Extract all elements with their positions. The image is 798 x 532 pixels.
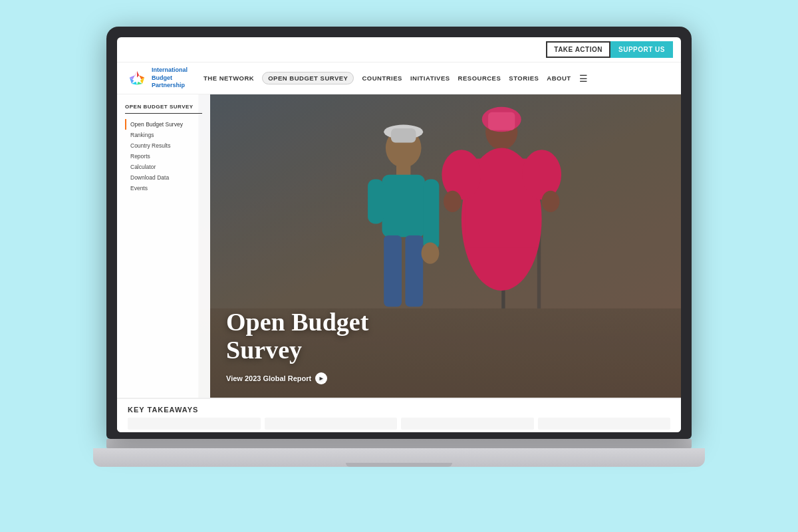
nav-stories[interactable]: STORIES xyxy=(509,74,539,82)
hero-content: Open Budget Survey View 2023 Global Repo… xyxy=(210,94,681,398)
nav-open-budget-survey[interactable]: OPEN BUDGET SURVEY xyxy=(262,72,354,84)
nav-resources[interactable]: RESOURCES xyxy=(458,74,501,82)
hero-cta-button[interactable]: View 2023 Global Report ► xyxy=(226,372,665,384)
screen: TAKE ACTION SUPPORT US xyxy=(117,37,681,432)
take-action-button[interactable]: TAKE ACTION xyxy=(546,41,610,58)
sidebar-item-country-results[interactable]: Country Results xyxy=(125,140,202,151)
takeaway-card-3 xyxy=(401,418,534,430)
nav-initiatives[interactable]: INITIATIVES xyxy=(410,74,450,82)
logo[interactable]: International Budget Partnership xyxy=(126,66,188,90)
takeaway-card-1 xyxy=(128,418,261,430)
sidebar: OPEN BUDGET SURVEY Open Budget Survey Ra… xyxy=(117,94,210,398)
utility-bar: TAKE ACTION SUPPORT US xyxy=(117,37,681,63)
logo-text: International Budget Partnership xyxy=(152,66,188,90)
sidebar-item-rankings[interactable]: Rankings xyxy=(125,130,202,140)
hamburger-menu[interactable]: ☰ xyxy=(579,73,588,84)
hero-section: OPEN BUDGET SURVEY Open Budget Survey Ra… xyxy=(117,94,681,398)
laptop-container: TAKE ACTION SUPPORT US xyxy=(93,27,705,505)
laptop-keyboard xyxy=(106,439,692,448)
header: International Budget Partnership THE NET… xyxy=(117,63,681,94)
key-takeaways-label: KEY TAKEAWAYS xyxy=(128,406,670,414)
sidebar-item-calculator[interactable]: Calculator xyxy=(125,162,202,172)
takeaway-card-4 xyxy=(538,418,671,430)
website: TAKE ACTION SUPPORT US xyxy=(117,37,681,432)
laptop-base xyxy=(93,448,705,467)
main-nav: THE NETWORK OPEN BUDGET SURVEY COUNTRIES… xyxy=(203,72,588,84)
takeaway-card-2 xyxy=(265,418,398,430)
hero-title: Open Budget Survey xyxy=(226,309,665,364)
sidebar-item-events[interactable]: Events xyxy=(125,183,202,194)
hero-cta-text: View 2023 Global Report xyxy=(226,374,311,382)
takeaways-row xyxy=(128,418,670,430)
sidebar-menu: Open Budget Survey Rankings Country Resu… xyxy=(125,119,202,194)
hero-cta-arrow-icon: ► xyxy=(315,372,327,384)
nav-the-network[interactable]: THE NETWORK xyxy=(203,74,254,82)
bottom-section: KEY TAKEAWAYS xyxy=(117,398,681,432)
sidebar-item-reports[interactable]: Reports xyxy=(125,151,202,162)
nav-about[interactable]: ABOUT xyxy=(547,74,571,82)
screen-bezel: TAKE ACTION SUPPORT US xyxy=(106,27,692,439)
sidebar-item-open-budget-survey[interactable]: Open Budget Survey xyxy=(125,119,202,130)
logo-icon xyxy=(126,68,148,89)
nav-countries[interactable]: COUNTRIES xyxy=(362,74,402,82)
sidebar-item-download-data[interactable]: Download Data xyxy=(125,172,202,183)
sidebar-title: OPEN BUDGET SURVEY xyxy=(125,104,202,114)
support-us-button[interactable]: SUPPORT US xyxy=(610,41,673,58)
